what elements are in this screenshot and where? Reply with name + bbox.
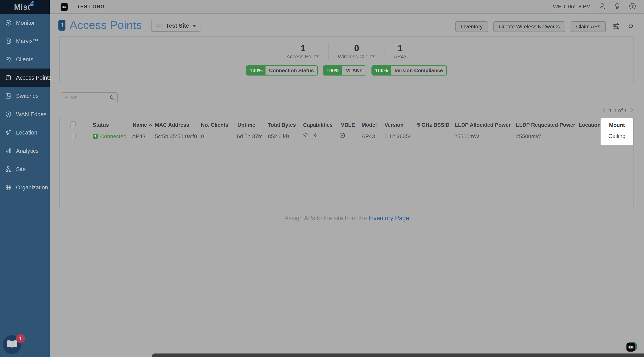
create-wireless-networks-button[interactable]: Create Wireless Networks: [494, 21, 565, 32]
summary-panel: 1 Access Points 0 Wireless Clients 1 AP4…: [59, 36, 634, 83]
compliance-row: 100% Connection Status 100% VLANs 100% V…: [60, 65, 634, 75]
sidebar-item-label: Monitor: [16, 20, 35, 26]
col-capabilities[interactable]: Capabilities: [303, 122, 333, 128]
col-5ghz-bssid[interactable]: 5 GHz BSSID: [417, 122, 450, 128]
row-checkbox[interactable]: [70, 133, 76, 139]
version-compliance-pill[interactable]: 100% Version Compliance: [372, 65, 447, 75]
sort-asc-icon[interactable]: [149, 122, 152, 128]
pill-label: Version Compliance: [391, 66, 446, 75]
col-uptime[interactable]: Uptime: [238, 122, 256, 128]
bottom-window-edge: [152, 354, 644, 357]
sidebar-item-location[interactable]: Location: [0, 123, 50, 142]
sidebar-item-label: Site: [16, 166, 26, 172]
col-total-bytes[interactable]: Total Bytes: [268, 122, 296, 128]
lldp-allocated-cell: 25500mW: [454, 133, 479, 140]
col-mount[interactable]: Mount: [600, 122, 633, 128]
col-no-clients[interactable]: No. Clients: [201, 122, 228, 128]
ap-connected-icon: [93, 134, 98, 139]
stat-ap43: 1 AP43: [385, 43, 416, 60]
col-mac-address[interactable]: MAC Address: [155, 122, 189, 128]
topbar-right: WED, 06:18 PM ?: [553, 0, 636, 13]
site-selector-value: Test Site: [166, 22, 189, 29]
assign-aps-text: Assign APs to the site from the: [284, 215, 368, 222]
lldp-requested-cell: 25500mW: [516, 133, 541, 140]
sidebar-item-wan-edges[interactable]: WAN Edges: [0, 105, 50, 123]
bluetooth-icon: [313, 133, 317, 139]
uptime-cell: 6d 5h 37m: [237, 133, 262, 140]
assign-aps-hint: Assign APs to the site from the Inventor…: [50, 215, 644, 222]
connection-status-pill[interactable]: 100% Connection Status: [246, 65, 318, 75]
status-cell[interactable]: Connected: [93, 133, 126, 140]
pagination: 1-1 of 1: [602, 107, 634, 114]
pagination-range: 1-1 of 1: [609, 107, 627, 114]
col-lldp-allocated-power[interactable]: LLDP Allocated Power: [455, 122, 511, 128]
ap-count-badge: 1: [58, 20, 66, 30]
col-name[interactable]: Name: [133, 122, 152, 128]
claim-aps-button[interactable]: Claim APs: [570, 21, 606, 32]
sidebar-item-label: Analytics: [16, 148, 38, 154]
clients-icon: [5, 56, 12, 63]
account-icon[interactable]: [598, 2, 606, 11]
sidebar-item-marvis[interactable]: Marvis™: [0, 32, 50, 50]
analytics-icon: [5, 148, 12, 154]
table-settings-icon[interactable]: [612, 23, 620, 30]
status-text: Connected: [100, 133, 126, 140]
ap-table: Status Name MAC Address No. Clients Upti…: [59, 117, 634, 209]
col-version[interactable]: Version: [384, 122, 404, 128]
prev-page-icon[interactable]: [602, 107, 605, 114]
sidebar-item-switches[interactable]: Switches: [0, 87, 50, 105]
stats-row: 1 Access Points 0 Wireless Clients 1 AP4…: [60, 43, 634, 60]
sidebar-item-access-points[interactable]: Access Points: [0, 68, 50, 87]
sidebar-item-analytics[interactable]: Analytics: [0, 142, 50, 160]
select-all-checkbox[interactable]: [70, 121, 76, 127]
stat-label: Wireless Clients: [338, 54, 376, 60]
inventory-button[interactable]: Inventory: [456, 21, 488, 32]
col-lldp-requested-power[interactable]: LLDP Requested Power: [516, 122, 575, 128]
col-status[interactable]: Status: [93, 122, 109, 128]
name-cell[interactable]: AP43: [132, 133, 146, 140]
sidebar-item-organization[interactable]: Organization: [0, 178, 50, 197]
sidebar-item-clients[interactable]: Clients: [0, 50, 50, 68]
capabilities-cell: [303, 132, 317, 139]
org-name[interactable]: TEST ORG: [77, 0, 104, 13]
search-icon[interactable]: [110, 95, 115, 101]
wifi-icon: [303, 133, 310, 139]
site-icon: [5, 166, 12, 172]
pill-label: Connection Status: [266, 66, 317, 75]
stat-value: 1: [394, 43, 407, 53]
sidebar-item-label: Clients: [16, 56, 33, 63]
marvis-minimized-icon[interactable]: [626, 342, 637, 353]
clock: WED, 06:18 PM: [553, 4, 591, 10]
stat-label: Access Points: [286, 54, 320, 60]
site-selector[interactable]: site Test Site: [151, 20, 200, 32]
wan-edges-icon: [5, 111, 12, 118]
help-icon[interactable]: ?: [629, 2, 636, 11]
org-logo-icon[interactable]: [60, 2, 69, 11]
vble-cell: [339, 133, 345, 140]
pill-percent: 100%: [247, 66, 266, 75]
sidebar-nav: Monitor Marvis™ Clients Access Points: [0, 14, 50, 197]
sidebar-item-site[interactable]: Site: [0, 160, 50, 178]
pill-label: VLANs: [342, 66, 366, 75]
next-page-icon[interactable]: [631, 107, 634, 114]
mac-cell: 5c:5b:35:50:0a:f0: [155, 133, 197, 140]
site-selector-label: site: [156, 23, 164, 29]
filter-input[interactable]: [65, 93, 108, 102]
sidebar-item-monitor[interactable]: Monitor: [0, 14, 50, 32]
refresh-icon[interactable]: [627, 22, 635, 31]
notification-badge[interactable]: 1: [16, 334, 25, 343]
inventory-page-link[interactable]: Inventory Page: [368, 215, 409, 222]
switches-icon: [5, 93, 12, 99]
page-title: Access Points: [70, 18, 142, 31]
stat-access-points: 1 Access Points: [278, 43, 328, 60]
col-model[interactable]: Model: [362, 122, 377, 128]
col-location[interactable]: Location: [579, 122, 601, 128]
pill-percent: 100%: [372, 66, 391, 75]
topbar: TEST ORG WED, 06:18 PM ?: [50, 0, 644, 14]
col-vble[interactable]: VBLE: [341, 122, 355, 128]
model-cell: AP43: [362, 133, 375, 140]
sidebar-item-label: Access Points: [16, 74, 52, 81]
whats-new-bulb-icon[interactable]: [614, 2, 621, 11]
vlans-pill[interactable]: 100% VLANs: [323, 65, 366, 75]
access-points-icon: [5, 74, 12, 81]
